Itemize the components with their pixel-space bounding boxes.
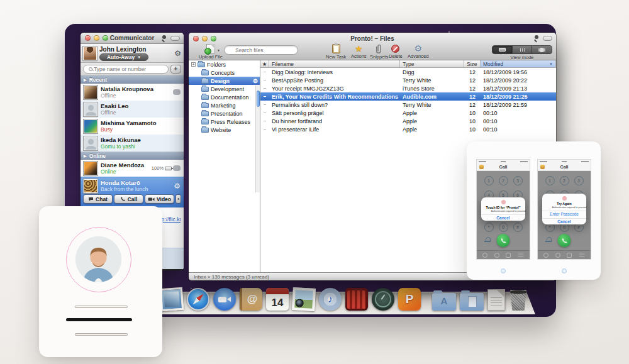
tab-recents-icon[interactable] — [494, 253, 499, 258]
tab-contacts-icon[interactable] — [567, 253, 572, 258]
column-header-size[interactable]: Size — [464, 60, 481, 67]
chat-button[interactable]: Chat — [83, 194, 113, 204]
contact-row[interactable]: Natalia Kroupnova Offline — [81, 84, 184, 101]
keypad-key[interactable]: 1 — [484, 176, 494, 185]
advanced-button[interactable]: ⚙ Advanced — [408, 44, 428, 59]
contact-row[interactable]: Esaki Leo Offline — [81, 101, 184, 118]
video-button[interactable]: Video — [145, 194, 174, 204]
sidebar-folder-design[interactable]: Design⚙ — [189, 77, 260, 85]
more-actions-button[interactable]: › — [175, 194, 181, 204]
chat-bubble-icon[interactable] — [173, 165, 181, 171]
cancel-button[interactable]: Cancel — [542, 218, 586, 224]
view-cover-segment[interactable] — [532, 46, 552, 53]
dock-mail-icon[interactable] — [160, 287, 184, 311]
file-row[interactable]: Vi presenterar iLife Apple 10 00:10 — [260, 125, 556, 133]
cancel-button[interactable]: Cancel — [481, 214, 525, 221]
pin-icon[interactable] — [162, 35, 167, 41]
bell-icon[interactable] — [545, 236, 552, 243]
dock-photo-booth-icon[interactable] — [345, 288, 368, 311]
zoom-button[interactable] — [103, 35, 108, 41]
tab-voicemail-icon[interactable] — [579, 255, 585, 256]
snippets-button[interactable]: Snippets — [370, 44, 388, 60]
keypad-key[interactable]: 2 — [499, 176, 508, 185]
tab-keypad-icon[interactable] — [562, 268, 567, 273]
expander-icon[interactable]: + — [191, 62, 196, 67]
contact-row[interactable]: Mishima Yamamoto Busy — [81, 118, 184, 135]
file-row[interactable]: Digg Dialogg: Interviews Digg 12 18/12/2… — [260, 68, 556, 76]
call-button[interactable] — [497, 234, 510, 247]
actions-button[interactable]: ★ Actions — [351, 44, 367, 59]
bell-icon[interactable] — [484, 236, 491, 243]
dock-ical-icon[interactable]: 14 — [266, 288, 289, 311]
sidebar-folder-development[interactable]: Development — [189, 85, 260, 93]
section-header-online[interactable]: ▶ Online — [81, 152, 184, 160]
keypad-key[interactable]: 2 — [560, 176, 569, 185]
files-search-input[interactable] — [224, 45, 298, 55]
sidebar-folder-press-releases[interactable]: Press Releases — [189, 118, 260, 126]
section-header-recent[interactable]: ▶ Recent — [81, 75, 184, 84]
column-header-modified[interactable]: Modified ▼ — [481, 60, 556, 67]
status-dropdown[interactable]: Auto-Away ▼ — [99, 53, 148, 61]
sidebar-folder-marketing[interactable]: Marketing — [189, 101, 260, 109]
file-row-selected[interactable]: Erik, Your New Credits With Recommendati… — [260, 92, 556, 101]
dock-facetime-icon[interactable] — [213, 288, 236, 311]
column-header-filename[interactable]: Filename — [269, 60, 400, 67]
tab-recents-icon[interactable] — [555, 253, 560, 258]
zoom-button[interactable] — [211, 36, 216, 41]
contact-row-selected[interactable]: Honda Kotarō Back from the lunch ⚙ — [81, 177, 184, 194]
add-contact-button[interactable]: + — [170, 65, 181, 74]
new-task-button[interactable]: New Task — [326, 44, 346, 60]
enter-passcode-button[interactable]: Enter Passcode — [542, 211, 586, 217]
file-row[interactable]: Du hinner fortfarand Apple 10 00:10 — [260, 117, 556, 125]
dock-idvd-icon[interactable]: ♪ — [319, 288, 342, 311]
file-row[interactable]: Your receipt #MGJG2XZ13G iTunes Store 12… — [260, 84, 556, 92]
keypad-key[interactable]: 0 — [499, 223, 508, 232]
file-row[interactable]: Permalinks still down? Terry White 12 18… — [260, 101, 556, 109]
tab-keypad-icon[interactable] — [501, 268, 506, 273]
column-header-type[interactable]: Type — [400, 60, 464, 67]
gear-icon[interactable]: ⚙ — [253, 77, 258, 85]
scrollbar-thumb[interactable] — [257, 91, 260, 107]
dock-address-book-icon[interactable]: @ — [240, 288, 262, 311]
keypad-key[interactable]: 3 — [574, 176, 584, 185]
delete-button[interactable]: Delete — [389, 45, 403, 59]
tab-contacts-icon[interactable] — [506, 253, 511, 258]
keypad-key[interactable]: # — [513, 223, 523, 232]
minimize-button[interactable] — [94, 35, 99, 41]
minimize-button[interactable] — [202, 36, 208, 41]
call-button[interactable]: Call — [114, 194, 143, 204]
chat-bubble-icon[interactable] — [173, 89, 181, 95]
close-button[interactable] — [193, 36, 199, 41]
gear-icon[interactable]: ⚙ — [174, 182, 181, 190]
toolbar-toggle-capsule[interactable] — [170, 36, 180, 41]
pronto-titlebar[interactable]: Pronto! – Files — [189, 33, 556, 44]
call-button[interactable] — [558, 234, 571, 247]
dock-safari-icon[interactable] — [187, 288, 209, 311]
contact-row[interactable]: Ikeda Kikunae Gomu to yashi — [81, 135, 184, 152]
dock-parallels-icon[interactable]: P — [398, 288, 421, 311]
toolbar-toggle-capsule[interactable] — [543, 36, 552, 41]
contact-row[interactable]: Diane Mendoza Online 100% — [81, 160, 184, 177]
tab-favorites-icon[interactable] — [543, 253, 548, 258]
sidebar-folder-documentation[interactable]: Documentation — [189, 93, 260, 101]
file-row[interactable]: BestAppSite Posting Terry White 12 18/12… — [260, 76, 556, 84]
communicator-titlebar[interactable]: Communicator — [81, 33, 184, 44]
sidebar-root-folders[interactable]: + Folders — [189, 60, 260, 69]
tab-voicemail-icon[interactable] — [518, 255, 524, 256]
pin-icon[interactable] — [534, 35, 540, 41]
tab-favorites-icon[interactable] — [482, 253, 487, 258]
dock-document-icon[interactable] — [487, 289, 505, 311]
sidebar-folder-website[interactable]: Website — [189, 126, 260, 134]
gear-icon[interactable]: ⚙ — [174, 50, 181, 57]
column-header-star[interactable]: ★ — [260, 60, 269, 67]
upload-file-button[interactable]: ▾ Upload File — [199, 44, 223, 60]
file-row[interactable]: Sätt personlig prägel Apple 10 00:10 — [260, 109, 556, 117]
view-list-segment[interactable] — [493, 46, 513, 53]
view-grid-segment[interactable] — [513, 46, 533, 53]
sidebar-scrollbar[interactable] — [255, 85, 260, 192]
search-input[interactable] — [83, 65, 169, 74]
dock-trash-icon[interactable] — [509, 290, 528, 311]
dock-documents-folder-icon[interactable] — [460, 293, 484, 311]
dock-iphoto-icon[interactable] — [292, 287, 316, 311]
sidebar-folder-concepts[interactable]: Concepts — [189, 69, 260, 77]
